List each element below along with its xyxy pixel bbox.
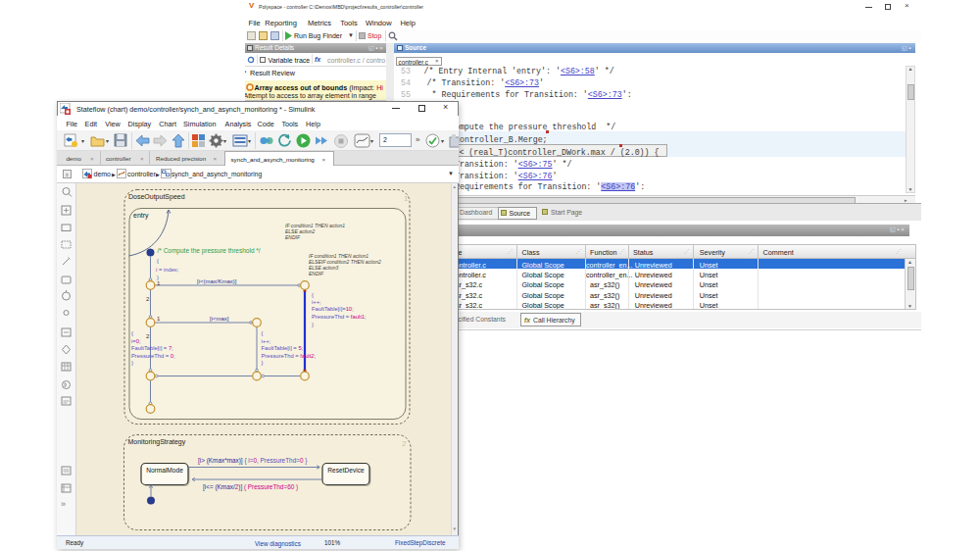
svg-text:{: { — [312, 292, 314, 298]
svg-text:PressureThd = 0;: PressureThd = 0; — [131, 352, 175, 358]
svg-text:NormalMode: NormalMode — [146, 466, 183, 473]
svg-text:ENDIF: ENDIF — [309, 271, 324, 276]
svg-text:}: } — [131, 360, 133, 366]
svg-text:}: } — [312, 322, 314, 327]
svg-text:FaultTable[i] = 7;: FaultTable[i] = 7; — [131, 345, 173, 351]
svg-text:i=0;: i=0; — [131, 337, 141, 343]
svg-text:FaultTable[i]=10;: FaultTable[i]=10; — [312, 306, 354, 312]
svg-text:[i<(max/Kmax)]: [i<(max/Kmax)] — [197, 277, 237, 283]
svg-text:}: } — [262, 360, 264, 366]
svg-text:ResetDevice: ResetDevice — [327, 466, 365, 473]
svg-text:[i<max]: [i<max] — [210, 315, 229, 321]
svg-text:/* Compute the pressure thresh: /* Compute the pressure threshold */ — [158, 246, 261, 254]
svg-text:2: 2 — [402, 439, 407, 448]
svg-text:entry: entry — [133, 212, 149, 220]
svg-text:MonitoringStrategy: MonitoringStrategy — [128, 438, 186, 446]
svg-text:{: { — [262, 330, 264, 336]
svg-text:i = index;: i = index; — [156, 267, 179, 273]
svg-text:DoseOutputSpeed: DoseOutputSpeed — [128, 193, 185, 201]
svg-text:[i<= (Kmax/2)] ( PressureThd=6: [i<= (Kmax/2)] ( PressureThd=60 ) — [203, 482, 298, 490]
svg-text:PressureThd = fault1;: PressureThd = fault1; — [312, 314, 367, 320]
svg-text:{: { — [157, 258, 159, 264]
svg-text:ENDIF: ENDIF — [285, 234, 301, 240]
svg-text:[i> (Kmax*max)] { i=0, Pressur: [i> (Kmax*max)] { i=0, PressureThd=0 } — [198, 456, 308, 464]
svg-text:PressureThd = fault2;: PressureThd = fault2; — [262, 352, 317, 358]
svg-text:FaultTable[i] = 5;: FaultTable[i] = 5; — [262, 345, 304, 351]
svg-text:{: { — [131, 330, 133, 336]
svg-text:1: 1 — [404, 194, 409, 203]
svg-text:i++;: i++; — [312, 298, 321, 304]
svg-text:i++;: i++; — [262, 337, 271, 343]
